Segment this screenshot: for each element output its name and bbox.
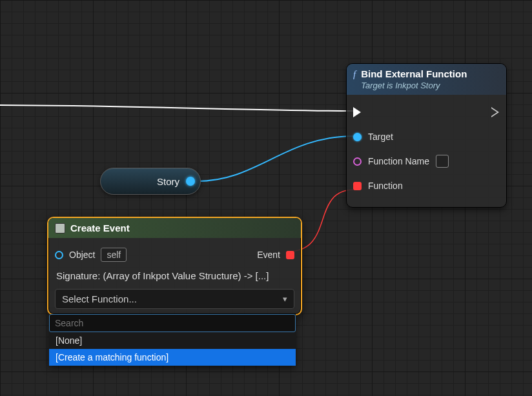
dropdown-option-create-matching[interactable]: [Create a matching function]: [49, 349, 296, 366]
exec-input-pin[interactable]: [353, 107, 361, 117]
variable-label: Story: [157, 176, 179, 187]
object-value-input[interactable]: self: [101, 248, 127, 262]
object-pin[interactable]: [55, 251, 63, 259]
function-name-input[interactable]: [436, 155, 449, 168]
exec-output-pin[interactable]: [491, 107, 500, 117]
node-subtitle: Target is Inkpot Story: [361, 81, 467, 90]
function-name-label: Function Name: [368, 156, 429, 166]
node-create-event[interactable]: Create Event Object self Event Signature…: [47, 217, 302, 315]
event-label: Event: [257, 250, 280, 260]
select-function-dropdown[interactable]: Select Function... ▾: [55, 289, 294, 309]
function-label: Function: [368, 181, 403, 191]
object-label: Object: [69, 250, 95, 260]
target-pin[interactable]: [353, 133, 362, 141]
target-label: Target: [368, 132, 393, 142]
chevron-down-icon: ▾: [283, 294, 287, 304]
search-input[interactable]: [49, 314, 296, 332]
function-icon: f: [353, 68, 356, 80]
output-pin-story[interactable]: [186, 177, 195, 186]
dropdown-option-none[interactable]: [None]: [49, 332, 296, 349]
node-header[interactable]: Create Event: [48, 218, 301, 238]
function-name-pin[interactable]: [353, 157, 362, 166]
node-title: Create Event: [70, 223, 130, 233]
event-icon: [55, 223, 65, 233]
function-dropdown-popup: [None] [Create a matching function]: [49, 314, 296, 366]
select-function-placeholder: Select Function...: [62, 293, 137, 304]
variable-node-story[interactable]: Story: [100, 168, 201, 195]
node-title: Bind External Function: [361, 68, 467, 79]
signature-text: Signature: (Array of Inkpot Value Struct…: [55, 265, 294, 286]
event-output-pin[interactable]: [286, 251, 294, 259]
node-header[interactable]: f Bind External Function Target is Inkpo…: [347, 64, 506, 95]
function-delegate-pin[interactable]: [353, 182, 362, 190]
node-bind-external-function[interactable]: f Bind External Function Target is Inkpo…: [346, 63, 507, 208]
